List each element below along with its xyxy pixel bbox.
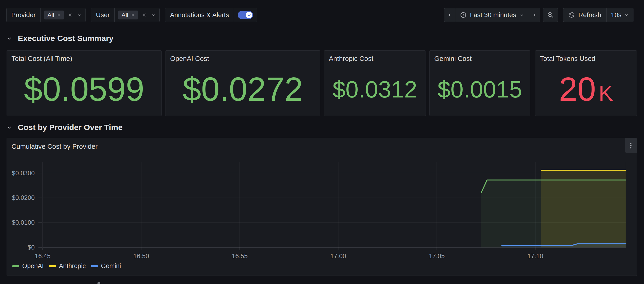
legend-item-Gemini[interactable]: Gemini [91, 262, 121, 270]
x-tick-label: 17:10 [527, 252, 543, 260]
stat-panel-anthropic-cost: Anthropic Cost $0.0312 [324, 50, 426, 116]
chip-remove-icon[interactable] [56, 13, 61, 17]
chip-remove-icon[interactable] [130, 13, 135, 17]
stat-value: $0.0312 [332, 78, 417, 101]
section-title: Cost by Provider Over Time [18, 123, 122, 132]
series-fill-Anthropic [541, 170, 626, 248]
panel-title: Total Tokens Used [540, 55, 595, 62]
section-title: Executive Cost Summary [18, 34, 114, 43]
time-series-chart[interactable]: 16:4516:5016:5517:0017:0517:10$0$0.0100$… [7, 138, 637, 276]
zoom-out-button[interactable] [543, 8, 558, 22]
user-filter-label: User [91, 11, 114, 19]
stat-value-suffix: K [599, 82, 613, 104]
provider-selected-value: All [47, 12, 54, 19]
panel-menu-button[interactable] [625, 138, 637, 153]
kebab-menu-icon [628, 142, 634, 149]
x-tick-label: 17:00 [330, 252, 346, 260]
stat-panel-total-cost: Total Cost (All Time) $0.0599 [6, 50, 162, 116]
user-selected-value: All [122, 12, 128, 19]
stat-panel-gemini-cost: Gemini Cost $0.0015 [429, 50, 530, 116]
user-filter: User All [91, 8, 160, 22]
zoom-out-icon [547, 12, 554, 18]
x-tick-label: 16:55 [232, 252, 248, 260]
x-tick-label: 16:45 [35, 252, 50, 260]
stat-panel-openai-cost: OpenAI Cost $0.0272 [165, 50, 320, 116]
time-range-picker[interactable]: Last 30 minutes [455, 8, 529, 22]
row-header-executive-cost-summary[interactable]: Executive Cost Summary [6, 34, 114, 43]
panel-title: OpenAI Cost [170, 55, 209, 62]
chevron-down-icon [6, 36, 12, 41]
clear-selection-icon[interactable] [142, 12, 147, 18]
refresh-icon [568, 12, 575, 18]
dashboard-controls: Provider All User All [6, 8, 257, 22]
user-selected-chip[interactable]: All [118, 10, 138, 20]
chevron-right-icon [532, 12, 537, 18]
y-tick-label: $0.0200 [12, 194, 35, 201]
panel-title: Gemini Cost [434, 55, 472, 62]
chevron-down-icon[interactable] [151, 13, 156, 17]
legend-label: Anthropic [59, 262, 86, 270]
panel-title: Total Cost (All Time) [12, 55, 72, 62]
y-tick-label: $0.0300 [12, 170, 35, 177]
stat-value: $0.0272 [182, 73, 303, 106]
stat-panel-total-tokens: Total Tokens Used 20 K [535, 50, 637, 116]
refresh-button[interactable]: Refresh [563, 8, 607, 22]
chart-panel-cumulative-cost: 16:4516:5016:5517:0017:0517:10$0$0.0100$… [6, 138, 637, 276]
panel-title: Cumulative Cost by Provider [12, 143, 98, 150]
chevron-down-icon [6, 125, 12, 130]
chevron-down-icon[interactable] [77, 13, 82, 17]
legend-color-pill [91, 265, 98, 267]
provider-selected-chip[interactable]: All [44, 10, 64, 20]
refresh-interval-value: 10s [611, 11, 622, 19]
stat-value: $0.0599 [24, 73, 144, 106]
y-tick-label: $0 [28, 244, 35, 251]
time-shift-back-button[interactable] [444, 8, 455, 22]
below-fold-content-sliver [98, 282, 100, 284]
legend-label: Gemini [101, 262, 121, 270]
legend-item-Anthropic[interactable]: Anthropic [49, 262, 86, 270]
time-range-label: Last 30 minutes [470, 11, 516, 19]
legend-color-pill [12, 265, 19, 267]
clock-icon [460, 12, 466, 18]
chevron-down-icon [624, 13, 629, 17]
refresh-interval-picker[interactable]: 10s [606, 8, 634, 22]
y-tick-label: $0.0100 [12, 219, 35, 226]
provider-filter: Provider All [6, 8, 86, 22]
stat-value: $0.0015 [438, 78, 522, 101]
x-tick-label: 16:50 [133, 252, 149, 260]
legend-color-pill [49, 265, 56, 267]
provider-filter-label: Provider [6, 11, 40, 19]
annotations-toggle[interactable] [238, 11, 253, 19]
panel-title: Anthropic Cost [329, 55, 373, 62]
refresh-label: Refresh [578, 11, 601, 19]
row-header-cost-by-provider[interactable]: Cost by Provider Over Time [6, 123, 122, 132]
annotations-control: Annotations & Alerts [165, 8, 257, 22]
chart-legend: OpenAIAnthropicGemini [12, 262, 121, 270]
toggle-knob [246, 12, 252, 18]
annotations-label: Annotations & Alerts [165, 11, 234, 19]
chevron-down-icon [520, 13, 524, 17]
chevron-left-icon [447, 12, 452, 18]
clear-selection-icon[interactable] [68, 12, 73, 18]
legend-item-OpenAI[interactable]: OpenAI [12, 262, 44, 270]
stat-value: 20 K [559, 73, 613, 106]
legend-label: OpenAI [22, 262, 44, 270]
x-tick-label: 17:05 [429, 252, 445, 260]
time-shift-forward-button[interactable] [529, 8, 540, 22]
time-controls: Last 30 minutes Refresh 10s [444, 8, 634, 22]
